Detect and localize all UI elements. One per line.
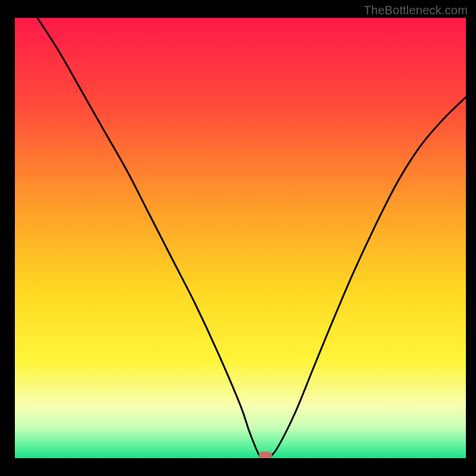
bottleneck-curve xyxy=(15,18,466,458)
bottleneck-marker xyxy=(259,452,272,458)
watermark-text: TheBottleneck.com xyxy=(364,4,468,17)
chart-frame: TheBottleneck.com xyxy=(0,0,476,476)
plot-area xyxy=(15,18,466,458)
